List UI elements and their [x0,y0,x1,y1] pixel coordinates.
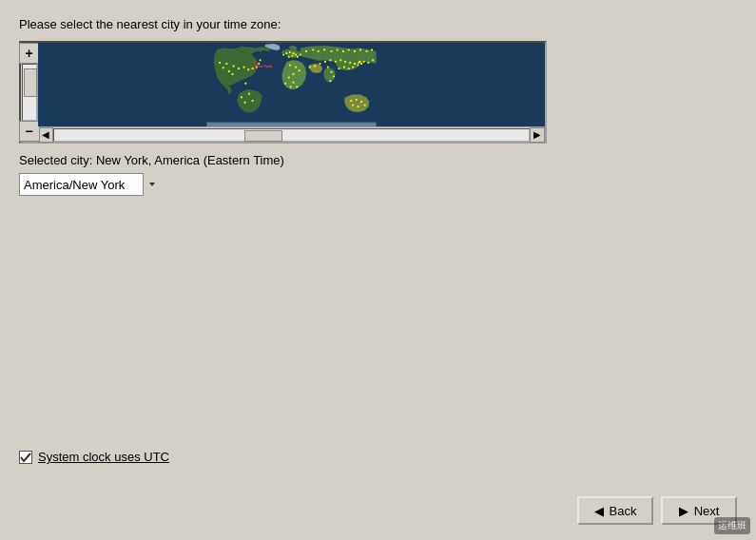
svg-rect-12 [223,67,224,68]
svg-rect-48 [363,61,365,63]
svg-rect-24 [288,56,290,58]
timezone-select[interactable]: America/New York America/Chicago America… [19,173,160,196]
svg-rect-60 [360,63,362,65]
back-arrow-icon: ◀ [594,504,604,518]
zoom-out-button[interactable]: − [19,121,40,142]
svg-rect-46 [354,63,356,65]
svg-rect-42 [335,61,337,63]
next-label: Next [694,504,720,518]
svg-rect-27 [282,54,284,56]
svg-rect-61 [359,61,360,63]
watermark: 运维班 [714,517,750,534]
selected-city-text: Selected city: New York, America (Easter… [19,153,737,167]
svg-rect-17 [244,102,246,104]
svg-rect-40 [324,61,326,63]
svg-rect-1 [225,63,227,65]
map-svg: × New York [38,43,545,126]
svg-rect-6 [252,68,254,69]
svg-rect-25 [297,56,299,58]
svg-rect-32 [288,77,290,79]
svg-rect-13 [219,62,221,64]
svg-rect-4 [243,67,245,68]
svg-rect-71 [323,49,325,51]
back-label: Back [610,504,637,518]
svg-rect-33 [293,82,295,84]
svg-rect-43 [339,59,341,61]
svg-rect-11 [232,73,234,75]
main-container: Please select the nearest city in your t… [0,0,756,213]
svg-rect-55 [339,68,340,69]
next-arrow-icon: ▶ [679,504,688,518]
svg-rect-38 [314,66,316,68]
svg-rect-19 [285,52,287,54]
svg-rect-63 [356,99,358,101]
svg-rect-21 [293,52,295,54]
back-button[interactable]: ◀ Back [577,496,653,525]
vertical-scrollbar: + − [21,43,38,142]
svg-rect-67 [352,105,354,106]
svg-rect-65 [364,105,366,106]
svg-rect-15 [248,93,250,95]
svg-rect-51 [327,67,329,68]
svg-rect-41 [330,59,332,61]
svg-rect-72 [331,50,333,52]
svg-rect-23 [292,55,294,57]
svg-rect-50 [372,59,374,61]
svg-rect-53 [333,76,335,78]
svg-rect-64 [360,101,362,103]
bottom-buttons: ◀ Back ▶ Next [577,496,737,525]
svg-rect-77 [359,49,361,51]
svg-text:New York: New York [255,64,273,68]
v-scroll-thumb[interactable] [24,68,37,97]
h-scroll-track[interactable] [53,128,530,142]
svg-rect-22 [295,54,297,56]
svg-rect-78 [366,50,368,52]
svg-rect-30 [299,69,300,71]
map-display[interactable]: × New York [38,43,545,126]
svg-rect-57 [348,68,350,69]
svg-rect-79 [371,49,373,51]
svg-rect-31 [293,73,295,75]
svg-rect-70 [318,50,320,52]
svg-rect-5 [247,68,249,70]
svg-rect-16 [252,100,254,102]
svg-rect-28 [289,65,291,67]
svg-rect-76 [354,50,356,52]
svg-rect-26 [300,54,301,56]
horizontal-scrollbar: ◀ ▶ [38,126,545,142]
svg-rect-10 [228,70,230,72]
svg-rect-2 [233,66,235,68]
svg-rect-18 [241,96,242,98]
svg-rect-9 [260,59,262,61]
scroll-left-button[interactable]: ◀ [38,127,53,143]
utc-label: System clock uses UTC [38,450,169,464]
svg-rect-74 [342,50,344,52]
svg-rect-58 [352,67,354,68]
svg-rect-75 [348,49,350,51]
svg-rect-35 [290,86,292,87]
svg-rect-62 [350,100,352,102]
svg-rect-3 [238,68,240,69]
utc-checkbox[interactable] [19,451,32,464]
prompt-text: Please select the nearest city in your t… [19,17,737,31]
map-widget: + − [19,41,547,144]
svg-rect-66 [358,106,359,107]
utc-checkbox-row: System clock uses UTC [19,450,169,464]
svg-rect-73 [337,49,339,51]
svg-rect-49 [368,62,370,64]
v-scroll-track[interactable] [22,64,37,121]
svg-rect-34 [296,86,298,87]
svg-rect-14 [244,83,246,85]
svg-rect-45 [349,62,351,64]
h-scroll-thumb[interactable] [244,130,282,142]
svg-rect-69 [312,49,314,51]
zoom-in-button[interactable]: + [19,43,40,64]
svg-rect-56 [343,67,345,68]
svg-rect-36 [284,83,286,85]
scroll-right-button[interactable]: ▶ [530,127,545,143]
svg-rect-29 [295,67,297,68]
svg-rect-20 [289,51,291,53]
svg-rect-37 [309,67,311,68]
svg-rect-39 [320,63,321,65]
svg-rect-59 [358,65,359,67]
